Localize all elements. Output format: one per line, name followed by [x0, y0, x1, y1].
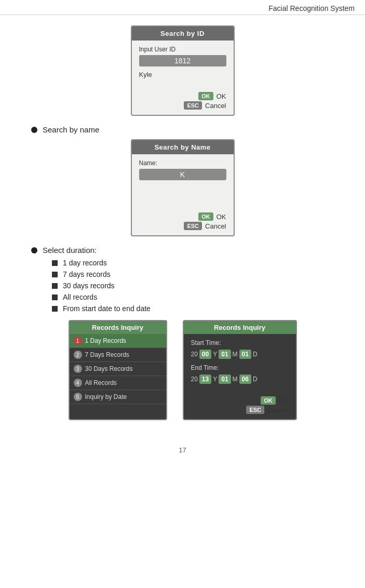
user-name-text: Kyle: [139, 70, 226, 79]
records-item-num: 2: [74, 351, 82, 359]
end-day-field[interactable]: 06: [239, 375, 251, 384]
end-time-label: End Time:: [191, 364, 289, 371]
records-list-item[interactable]: 330 Days Records: [70, 362, 166, 376]
cancel-label-id: Cancel: [205, 102, 226, 110]
cancel-label-date: Cancel: [267, 406, 288, 414]
duration-item: 7 days records: [52, 270, 344, 278]
ok-label-name: OK: [217, 213, 226, 221]
user-id-input[interactable]: 1812: [139, 55, 226, 66]
end-year-field[interactable]: 13: [199, 375, 211, 384]
records-inquiry-right-dialog: Records Inquiry Start Time: 20 00 Y 01 M…: [183, 320, 297, 420]
records-item-num: 4: [74, 379, 82, 387]
bullet-text-2: Select duration:: [43, 246, 97, 255]
name-input[interactable]: K: [139, 169, 226, 180]
records-item-num: 3: [74, 365, 82, 373]
records-item-label: All Records: [85, 379, 117, 386]
start-m-label: M: [233, 351, 238, 358]
duration-item: 30 days records: [52, 282, 344, 290]
esc-btn-name[interactable]: ESC: [184, 222, 202, 230]
ok-btn-date[interactable]: OK: [261, 396, 276, 405]
records-item-label: 7 Days Records: [85, 351, 129, 358]
start-year-field[interactable]: 00: [199, 350, 211, 359]
duration-item: 1 day records: [52, 259, 344, 267]
bullet-search-by-name: Search by name: [31, 125, 344, 134]
records-item-num: 5: [74, 393, 82, 401]
bullet-dot-1: [31, 127, 37, 133]
two-dialogs-row: Records Inquiry 11 Day Records27 Days Re…: [21, 320, 344, 420]
sub-square-icon: [52, 272, 58, 277]
cancel-label-name: Cancel: [205, 222, 226, 230]
ok-btn-name[interactable]: OK: [198, 212, 213, 221]
start-month-field[interactable]: 01: [219, 350, 231, 359]
ok-label-date: OK: [279, 397, 289, 405]
end-time-row: 20 13 Y 01 M 06 D: [191, 375, 289, 384]
search-by-id-title: Search by ID: [132, 26, 234, 41]
sub-square-icon: [52, 306, 58, 312]
start-y-label: Y: [213, 351, 217, 358]
records-items-list: 11 Day Records27 Days Records330 Days Re…: [70, 334, 166, 404]
sub-square-icon: [52, 283, 58, 289]
records-list-item[interactable]: 5Inquiry by Date: [70, 390, 166, 404]
search-by-name-title: Search by Name: [132, 140, 234, 154]
start-day-field[interactable]: 01: [239, 350, 251, 359]
duration-item-label: 1 day records: [63, 259, 107, 267]
search-by-id-dialog: Search by ID Input User ID 1812 Kyle OK …: [131, 25, 235, 116]
records-list-item[interactable]: 11 Day Records: [70, 334, 166, 348]
start-d-label: D: [253, 351, 258, 358]
records-item-label: 1 Day Records: [85, 337, 126, 344]
name-label: Name:: [139, 159, 226, 167]
duration-item: From start date to end date: [52, 304, 344, 313]
header-title: Facial Recognition System: [268, 4, 355, 12]
end-year-static: 20: [191, 376, 198, 383]
records-list-item[interactable]: 27 Days Records: [70, 348, 166, 362]
sub-square-icon: [52, 260, 58, 266]
bullet-select-duration: Select duration:: [31, 246, 344, 255]
duration-item-label: 30 days records: [63, 282, 115, 290]
page-content: Search by ID Input User ID 1812 Kyle OK …: [0, 15, 365, 436]
esc-btn-id[interactable]: ESC: [184, 101, 202, 110]
ok-btn-id[interactable]: OK: [198, 92, 213, 100]
search-by-name-dialog: Search by Name Name: K OK OK ESC Cancel: [131, 139, 235, 236]
duration-list: 1 day records7 days records30 days recor…: [52, 259, 344, 313]
page-header: Facial Recognition System: [0, 0, 365, 15]
records-inquiry-left-title: Records Inquiry: [70, 321, 166, 334]
records-item-num: 1: [74, 337, 82, 345]
start-year-static: 20: [191, 351, 198, 358]
end-m-label: M: [233, 376, 238, 383]
start-time-label: Start Time:: [191, 339, 289, 346]
bullet-text-1: Search by name: [43, 125, 99, 134]
esc-btn-date[interactable]: ESC: [246, 406, 264, 414]
start-time-row: 20 00 Y 01 M 01 D: [191, 350, 289, 359]
records-inquiry-right-title: Records Inquiry: [184, 321, 296, 334]
records-inquiry-left-dialog: Records Inquiry 11 Day Records27 Days Re…: [69, 320, 167, 420]
bullet-dot-2: [31, 247, 37, 253]
records-item-label: Inquiry by Date: [85, 393, 127, 400]
ok-label-id: OK: [217, 92, 226, 100]
end-y-label: Y: [213, 376, 217, 383]
end-d-label: D: [253, 376, 258, 383]
user-id-label: Input User ID: [139, 46, 226, 53]
duration-item-label: From start date to end date: [63, 304, 151, 313]
duration-item-label: 7 days records: [63, 270, 111, 278]
duration-item-label: All records: [63, 293, 97, 301]
page-number: 17: [0, 446, 365, 462]
records-list-item[interactable]: 4All Records: [70, 376, 166, 390]
end-month-field[interactable]: 01: [219, 375, 231, 384]
sub-square-icon: [52, 295, 58, 300]
records-item-label: 30 Days Records: [85, 365, 133, 372]
duration-item: All records: [52, 293, 344, 301]
